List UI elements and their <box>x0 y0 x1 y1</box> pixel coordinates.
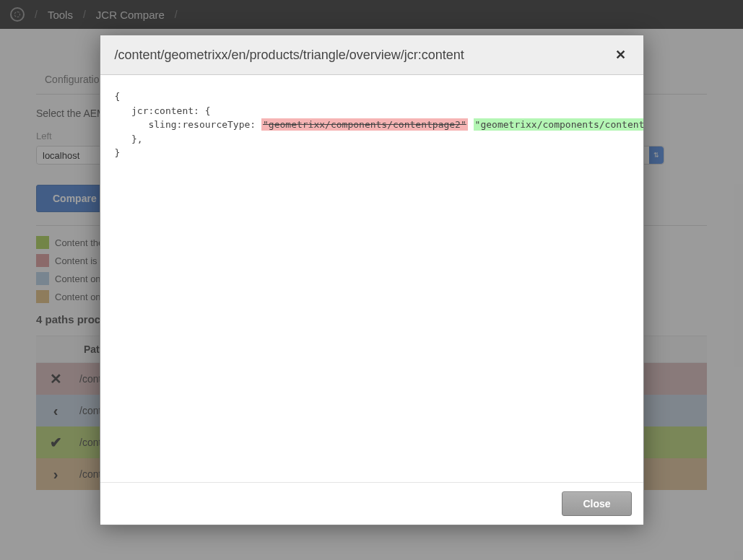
diff-line: } <box>115 147 121 158</box>
diff-added: "geometrixx/components/contentpage" <box>474 118 643 131</box>
diff-modal: /content/geometrixx/en/products/triangle… <box>100 35 644 525</box>
modal-footer: Close <box>100 482 643 525</box>
modal-header: /content/geometrixx/en/products/triangle… <box>100 35 643 75</box>
modal-title: /content/geometrixx/en/products/triangle… <box>115 48 464 63</box>
diff-line: jcr:content: { <box>115 105 211 116</box>
diff-deleted: "geometrixx/components/contentpage2" <box>261 118 468 131</box>
diff-line: { <box>115 91 121 102</box>
diff-line: }, <box>115 134 143 144</box>
modal-body: { jcr:content: { sling:resourceType: "ge… <box>100 75 643 482</box>
close-button[interactable]: Close <box>562 491 631 516</box>
close-icon[interactable]: ✕ <box>612 47 629 63</box>
diff-line-prefix: sling:resourceType: <box>115 119 262 130</box>
modal-overlay[interactable]: /content/geometrixx/en/products/triangle… <box>0 0 743 560</box>
